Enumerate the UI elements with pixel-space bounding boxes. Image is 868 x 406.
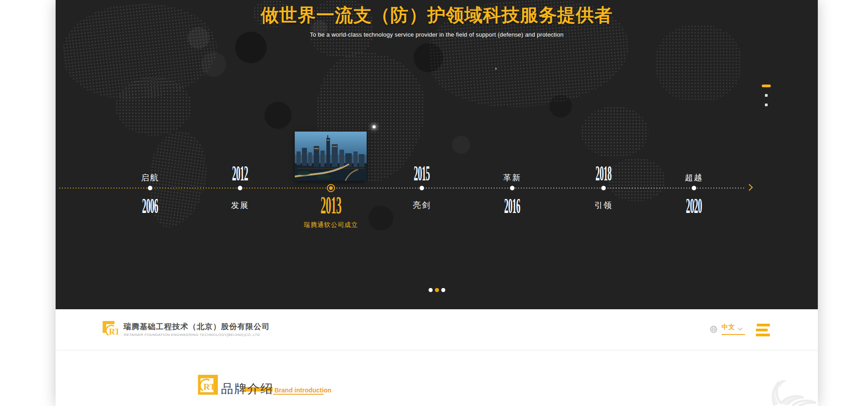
carousel-dot[interactable]: [429, 288, 433, 292]
hamburger-menu-button[interactable]: [756, 324, 770, 337]
milestone-label: 引领: [554, 200, 653, 211]
timeline-dot[interactable]: [238, 186, 242, 190]
timeline-dot[interactable]: [420, 186, 424, 190]
slide-pager-item[interactable]: [765, 104, 768, 106]
svg-text:RT: RT: [203, 382, 216, 392]
city-skyline-photo: [295, 132, 367, 181]
milestone-label: 革新: [462, 172, 562, 183]
slide-pager-item[interactable]: [765, 94, 768, 97]
milestone-year: 2016: [504, 196, 520, 217]
milestone-label: 亮剑: [372, 200, 472, 211]
carousel-dot[interactable]: [441, 288, 445, 292]
timeline-item-2018[interactable]: 2018 引领: [554, 0, 653, 235]
timeline-item-2020[interactable]: 超越 2020: [644, 0, 744, 235]
brand-introduction-link[interactable]: Brand introduction: [274, 387, 331, 394]
brand-link-underline: [273, 394, 324, 395]
hamburger-bar: [756, 334, 770, 336]
header-divider: [56, 350, 818, 350]
timeline-item-2016[interactable]: 革新 2016: [462, 0, 562, 235]
hamburger-bar: [757, 324, 770, 326]
carousel-dot-active[interactable]: [435, 288, 439, 292]
milestone-label: 启航: [100, 172, 200, 183]
carousel-dots: [56, 288, 818, 292]
milestone-year: 2015: [414, 163, 429, 184]
company-name-cn: 瑞腾基础工程技术（北京）股份有限公司: [123, 321, 270, 332]
milestone-description: 瑞腾通软公司成立: [281, 221, 381, 229]
page: 做世界一流支（防）护领域科技服务提供者 To be a world-class …: [0, 0, 868, 406]
decorative-flourish: [765, 377, 818, 406]
timeline-dot-active-core: [329, 186, 333, 190]
svg-text:RT: RT: [109, 327, 118, 336]
hamburger-bar: [756, 329, 768, 331]
timeline-dot[interactable]: [510, 186, 514, 190]
milestone-year: 2020: [686, 196, 702, 217]
milestone-label: 发展: [190, 200, 290, 211]
globe-icon: [710, 326, 717, 333]
milestone-label: 超越: [644, 172, 744, 183]
timeline-next-arrow-icon[interactable]: [746, 184, 753, 191]
timeline-dot[interactable]: [601, 186, 606, 190]
timeline-dot[interactable]: [148, 186, 152, 190]
timeline-item-2015[interactable]: 2015 亮剑: [372, 0, 472, 235]
timeline-dot[interactable]: [692, 186, 696, 190]
language-underline: [722, 334, 745, 335]
company-name-en: RETAINER FOUNDATION ENGINEERING TECHNOLO…: [124, 333, 260, 337]
timeline-item-2012[interactable]: 2012 发展: [190, 0, 290, 235]
milestone-year: 2018: [595, 163, 611, 184]
timeline-item-2006[interactable]: 启航 2006: [100, 0, 200, 235]
brand-section-title: 品牌介绍: [221, 381, 274, 397]
company-logo[interactable]: RT: [103, 321, 118, 337]
hero-banner: 做世界一流支（防）护领域科技服务提供者 To be a world-class …: [56, 0, 818, 309]
milestone-year: 2012: [232, 163, 248, 184]
language-selector[interactable]: 中文: [722, 323, 735, 331]
brand-section-icon: RT: [198, 375, 218, 395]
timeline-item-2013-active[interactable]: 2013 瑞腾通软公司成立: [281, 0, 381, 235]
slide-pager-item-active[interactable]: [762, 85, 771, 87]
milestone-year-active: 2013: [321, 194, 341, 217]
milestone-year: 2006: [142, 196, 158, 217]
